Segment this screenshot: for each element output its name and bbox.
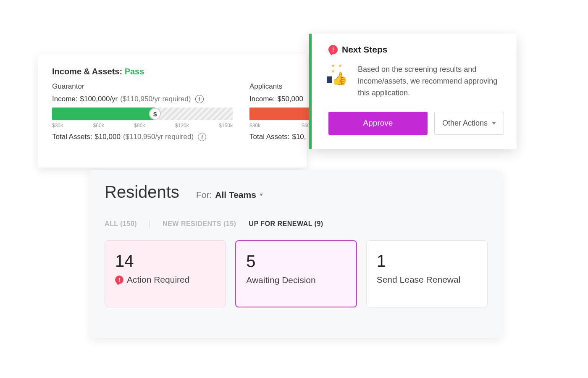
applicants-income-line: Income: $50,000 <box>249 95 312 103</box>
residents-panel: Residents For: All Teams ALL (150) NEW R… <box>90 170 502 338</box>
tab-up-for-renewal[interactable]: UP FOR RENEWAL (9) <box>249 220 323 228</box>
tab-all[interactable]: ALL (150) <box>105 220 137 228</box>
applicants-income-bar <box>249 108 312 120</box>
applicants-assets-value: $10, <box>292 133 306 141</box>
card-count: 5 <box>246 252 346 271</box>
approve-button[interactable]: Approve <box>328 112 428 135</box>
card-label: Action Required <box>127 275 189 285</box>
card-send-lease-renewal[interactable]: 1 Send Lease Renewal <box>366 240 488 307</box>
bar-marker-icon: $ <box>149 108 161 120</box>
thumbs-up-icon: ★ ★ ★ 👍 <box>328 64 349 85</box>
filter-value: All Teams <box>215 190 256 200</box>
tick: $120k <box>175 123 189 129</box>
applicants-assets-label: Total Assets: <box>249 133 289 141</box>
tick: $90k <box>134 123 145 129</box>
income-assets-status: Pass <box>125 67 144 76</box>
card-count: 14 <box>115 252 215 270</box>
residents-tabs: ALL (150) NEW RESIDENTS (15) UP FOR RENE… <box>105 219 488 228</box>
chevron-down-icon <box>260 194 263 196</box>
guarantor-ticks: $30k $60k $90k $120k $150k <box>52 123 233 129</box>
guarantor-label: Guarantor <box>52 82 233 91</box>
other-actions-dropdown[interactable]: Other Actions <box>434 112 504 135</box>
applicants-income-label: Income: <box>249 95 275 103</box>
card-label: Awaiting Decision <box>246 275 315 285</box>
tab-new-residents[interactable]: NEW RESIDENTS (15) <box>163 220 236 228</box>
bar-fill-red <box>249 108 312 120</box>
income-assets-title: Income & Assets: Pass <box>52 67 292 76</box>
guarantor-income-value: $100,000/yr <box>80 95 118 103</box>
tick: $60k <box>93 123 104 129</box>
card-count: 1 <box>377 252 477 270</box>
guarantor-income-line: Income: $100,000/yr ($110,950/yr require… <box>52 95 233 103</box>
other-actions-label: Other Actions <box>442 119 488 128</box>
guarantor-income-label: Income: <box>52 95 77 103</box>
guarantor-income-required: ($110,950/yr required) <box>120 95 191 103</box>
card-action-required[interactable]: 14 ! Action Required <box>105 240 226 307</box>
bar-fill-green <box>52 108 155 120</box>
guarantor-income-bar: $ <box>52 108 233 120</box>
residents-filter[interactable]: For: All Teams <box>196 190 263 200</box>
card-awaiting-decision[interactable]: 5 Awaiting Decision <box>235 240 357 307</box>
info-icon[interactable]: i <box>195 95 204 103</box>
applicants-label: Applicants <box>249 82 312 91</box>
info-icon[interactable]: i <box>198 133 206 141</box>
applicants-income-value: $50,000 <box>277 95 303 103</box>
tick: $30k <box>249 123 260 129</box>
chevron-down-icon <box>492 122 496 125</box>
guarantor-assets-value: $10,000 <box>94 133 120 141</box>
guarantor-assets-label: Total Assets: <box>52 133 92 141</box>
card-label: Send Lease Renewal <box>377 275 461 285</box>
next-steps-message: Based on the screening results and incom… <box>358 64 504 99</box>
next-steps-header: ! Next Steps <box>328 45 504 55</box>
tick: $150k <box>219 123 233 129</box>
applicants-column: Applicants Income: $50,000 $30k $60k Tot… <box>249 82 312 145</box>
alert-icon: ! <box>328 45 338 54</box>
filter-prefix: For: <box>196 190 212 200</box>
guarantor-assets-line: Total Assets: $10,000 ($110,950/yr requi… <box>52 133 233 141</box>
residents-title: Residents <box>105 183 179 202</box>
alert-icon: ! <box>115 276 123 284</box>
next-steps-card: ! Next Steps ★ ★ ★ 👍 Based on the screen… <box>309 34 517 149</box>
tick: $30k <box>52 123 63 129</box>
income-assets-title-prefix: Income & Assets: <box>52 67 122 76</box>
applicants-ticks: $30k $60k <box>249 123 312 129</box>
guarantor-column: Guarantor Income: $100,000/yr ($110,950/… <box>52 82 233 145</box>
income-assets-card: Income & Assets: Pass Guarantor Income: … <box>38 54 307 168</box>
next-steps-title: Next Steps <box>342 45 388 55</box>
tab-separator <box>150 219 150 228</box>
guarantor-assets-required: ($110,950/yr required) <box>123 133 194 141</box>
applicants-assets-line: Total Assets: $10, <box>249 133 312 141</box>
